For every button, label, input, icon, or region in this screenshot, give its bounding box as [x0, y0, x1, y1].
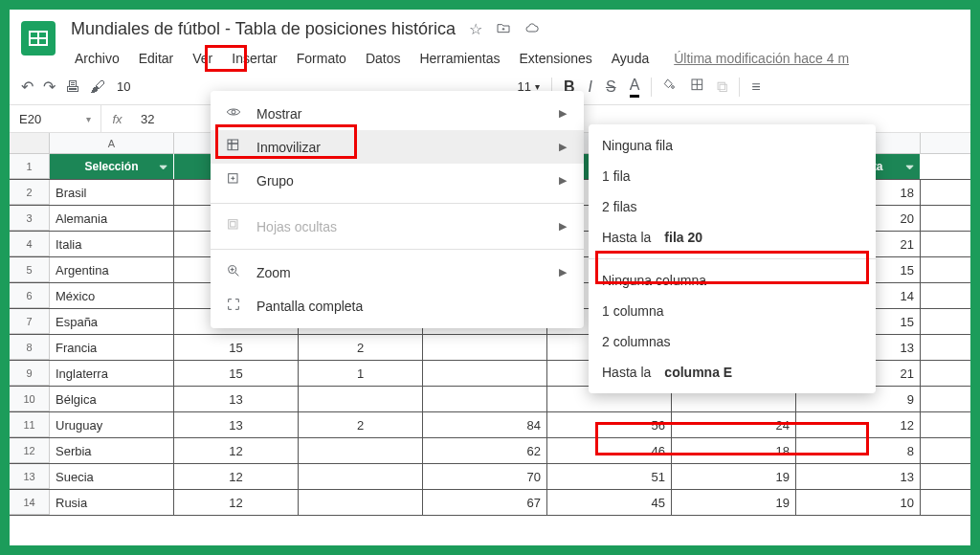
- name-box[interactable]: E20 ▾: [10, 112, 100, 126]
- cell[interactable]: 46: [547, 438, 672, 463]
- cell[interactable]: Brasil: [50, 180, 174, 205]
- row-header[interactable]: 13: [10, 464, 50, 489]
- cell[interactable]: 15: [174, 335, 299, 360]
- cell[interactable]: Bélgica: [50, 387, 174, 411]
- cell[interactable]: 1: [299, 361, 423, 386]
- cell[interactable]: 70: [423, 464, 547, 489]
- freeze-2-rows[interactable]: 2 filas: [589, 191, 876, 222]
- row-header[interactable]: 7: [10, 309, 50, 334]
- row-header[interactable]: 14: [10, 490, 50, 515]
- row-header[interactable]: 3: [10, 206, 50, 231]
- redo-icon[interactable]: ↷: [43, 78, 56, 96]
- cell[interactable]: 56: [547, 412, 672, 437]
- row-header[interactable]: 11: [10, 412, 50, 437]
- freeze-no-cols[interactable]: Ninguna columna: [589, 265, 876, 296]
- cell[interactable]: 13: [174, 412, 299, 437]
- freeze-2-cols[interactable]: 2 columnas: [589, 326, 876, 357]
- italic-icon[interactable]: I: [589, 78, 592, 96]
- menu-zoom[interactable]: Zoom ▶: [211, 255, 584, 289]
- cell[interactable]: [423, 387, 547, 411]
- fill-color-icon[interactable]: [663, 78, 679, 97]
- select-all-corner[interactable]: [10, 133, 50, 153]
- menu-ver[interactable]: Ver: [187, 49, 218, 68]
- cell[interactable]: 13: [174, 387, 299, 411]
- borders-icon[interactable]: [690, 78, 705, 97]
- cell[interactable]: Rusia: [50, 490, 174, 515]
- print-icon[interactable]: 🖶: [65, 78, 80, 96]
- row-header[interactable]: 5: [10, 257, 50, 282]
- cell[interactable]: 12: [174, 438, 299, 463]
- row-header[interactable]: 1: [10, 154, 50, 179]
- cell[interactable]: Serbia: [50, 438, 174, 463]
- cell[interactable]: 19: [672, 464, 796, 489]
- row-header[interactable]: 12: [10, 438, 50, 463]
- cell[interactable]: Argentina: [50, 257, 174, 282]
- cell[interactable]: 2: [299, 412, 423, 437]
- col-heading[interactable]: Selección: [50, 154, 174, 179]
- move-icon[interactable]: [496, 20, 511, 39]
- cloud-icon[interactable]: [524, 20, 540, 39]
- zoom-value[interactable]: 10: [117, 79, 130, 94]
- cell[interactable]: 2: [299, 335, 423, 360]
- strikethrough-icon[interactable]: S: [606, 78, 616, 96]
- cell[interactable]: 45: [547, 490, 672, 515]
- row-header[interactable]: 8: [10, 335, 50, 360]
- menu-ayuda[interactable]: Ayuda: [606, 49, 655, 68]
- menu-editar[interactable]: Editar: [133, 49, 180, 68]
- col-header[interactable]: A: [50, 133, 174, 153]
- freeze-1-col[interactable]: 1 columna: [589, 296, 876, 326]
- row-header[interactable]: 2: [10, 180, 50, 205]
- menu-mostrar[interactable]: Mostrar ▶: [211, 97, 584, 130]
- cell[interactable]: Alemania: [50, 206, 174, 231]
- text-color-icon[interactable]: A: [630, 77, 640, 98]
- cell[interactable]: 19: [672, 490, 796, 515]
- cell[interactable]: Italia: [50, 232, 174, 256]
- menu-insertar[interactable]: Insertar: [226, 49, 282, 68]
- cell[interactable]: 18: [672, 438, 796, 463]
- last-modified-link[interactable]: Última modificación hace 4 m: [674, 51, 849, 66]
- cell[interactable]: México: [50, 283, 174, 308]
- cell[interactable]: España: [50, 309, 174, 334]
- cell[interactable]: 67: [423, 490, 547, 515]
- cell[interactable]: Suecia: [50, 464, 174, 489]
- cell[interactable]: [299, 438, 423, 463]
- formula-input[interactable]: 32: [133, 112, 154, 126]
- menu-datos[interactable]: Datos: [360, 49, 407, 68]
- cell[interactable]: 62: [423, 438, 547, 463]
- cell[interactable]: [299, 464, 423, 489]
- menu-inmovilizar[interactable]: Inmovilizar ▶: [211, 130, 584, 164]
- cell[interactable]: 12: [174, 464, 299, 489]
- row-header[interactable]: 9: [10, 361, 50, 386]
- freeze-1-row[interactable]: 1 fila: [589, 161, 876, 191]
- star-icon[interactable]: ☆: [469, 20, 482, 39]
- freeze-no-rows[interactable]: Ninguna fila: [589, 130, 876, 161]
- cell[interactable]: 84: [423, 412, 547, 437]
- cell[interactable]: 51: [547, 464, 672, 489]
- menu-archivo[interactable]: Archivo: [69, 49, 125, 68]
- row-header[interactable]: 4: [10, 232, 50, 256]
- cell[interactable]: [423, 361, 547, 386]
- name-box-dropdown-icon[interactable]: ▾: [86, 114, 91, 124]
- document-title[interactable]: Mundiales de fútbol - Tabla de posicione…: [69, 17, 457, 41]
- menu-herramientas[interactable]: Herramientas: [413, 49, 505, 68]
- cell[interactable]: 15: [174, 361, 299, 386]
- cell[interactable]: 13: [796, 464, 921, 489]
- cell[interactable]: Francia: [50, 335, 174, 360]
- cell[interactable]: 8: [796, 438, 921, 463]
- row-header[interactable]: 10: [10, 387, 50, 411]
- cell[interactable]: 12: [174, 490, 299, 515]
- freeze-up-to-row[interactable]: Hasta la fila 20: [589, 222, 876, 253]
- cell[interactable]: [299, 490, 423, 515]
- row-header[interactable]: 6: [10, 283, 50, 308]
- cell[interactable]: Inglaterra: [50, 361, 174, 386]
- undo-icon[interactable]: ↶: [21, 78, 33, 96]
- cell[interactable]: 24: [672, 412, 796, 437]
- freeze-up-to-col[interactable]: Hasta la columna E: [589, 357, 876, 388]
- cell[interactable]: [299, 387, 423, 411]
- cell[interactable]: 10: [796, 490, 921, 515]
- cell[interactable]: 12: [796, 412, 921, 437]
- paint-format-icon[interactable]: 🖌: [90, 78, 105, 96]
- horizontal-align-icon[interactable]: ≡: [751, 78, 760, 96]
- cell[interactable]: Uruguay: [50, 412, 174, 437]
- merge-cells-icon[interactable]: ⧉: [717, 78, 727, 96]
